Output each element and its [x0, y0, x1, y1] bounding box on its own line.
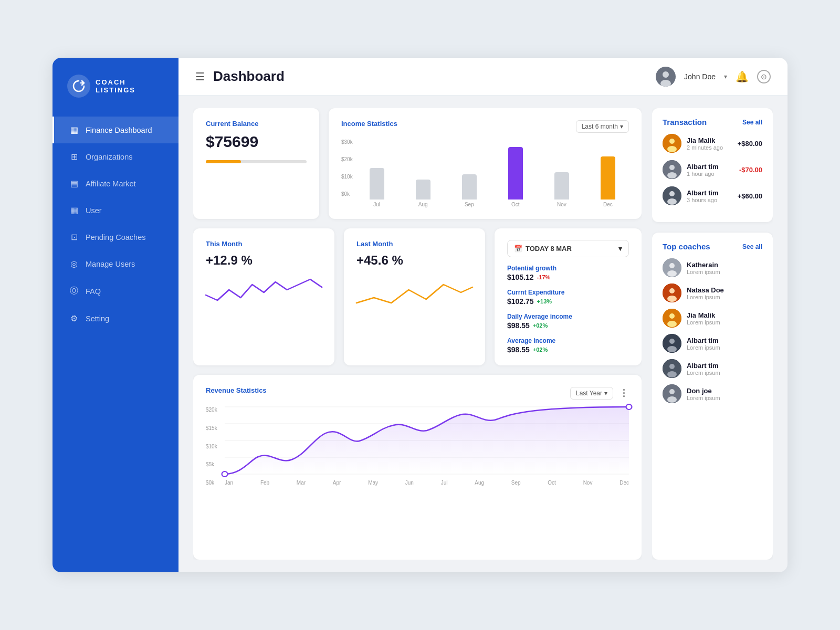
transaction-item-2: Albart tim 1 hour ago -$70.00 [663, 160, 762, 179]
svg-point-12 [667, 146, 677, 152]
svg-point-26 [669, 313, 675, 319]
sidebar-item-setting[interactable]: ⚙ Setting [52, 305, 178, 332]
svg-point-20 [669, 263, 675, 268]
stat-daily-avg: Daily Average income $98.55 +02% [507, 313, 629, 330]
left-column: Current Balance $75699 Income Statistics… [193, 108, 642, 560]
logo: COACH LISTINGS [52, 58, 178, 112]
bar-nov: Nov [541, 172, 583, 207]
avatar-albart-1 [663, 160, 681, 179]
income-y-axis: $30k $20k $10k $0k [341, 139, 356, 197]
sidebar-item-manage[interactable]: ◎ Manage Users [52, 250, 178, 277]
svg-point-18 [667, 198, 677, 205]
top-coaches-header: Top coaches See all [663, 242, 762, 251]
avatar-albart-3 [663, 334, 681, 353]
notification-icon[interactable]: 🔔 [736, 70, 749, 83]
coach-info-4: Albart tim Lorem ipsum [687, 337, 720, 351]
svg-point-32 [669, 364, 675, 369]
last-month-sparkline [356, 274, 472, 306]
logo-icon [67, 75, 90, 98]
coach-info-5: Albart tim Lorem ipsum [687, 362, 720, 376]
svg-point-36 [667, 396, 677, 403]
faq-icon: ⓪ [69, 286, 79, 297]
hamburger-button[interactable]: ☰ [195, 70, 205, 83]
coach-info-3: Jia Malik Lorem ipsum [687, 311, 720, 326]
sidebar-item-user[interactable]: ▦ User [52, 197, 178, 224]
svg-point-30 [667, 346, 677, 352]
sidebar-nav: ▦ Finance Dashboard ⊞ Organizations ▤ Af… [52, 112, 178, 572]
sidebar-item-faq[interactable]: ⓪ FAQ [52, 277, 178, 305]
last-month-label: Last Month [356, 240, 472, 248]
svg-point-33 [667, 371, 677, 377]
middle-row: This Month +12.9 % Last Month +45.6 % [193, 228, 642, 365]
revenue-x-axis: Jan Feb Mar Apr May Jun Jul Aug Sep Oct [225, 480, 629, 486]
top-coaches-card: Top coaches See all Katherain Lorem ipsu… [652, 233, 773, 560]
logo-text: COACH LISTINGS [96, 78, 135, 94]
user-chevron-icon[interactable]: ▾ [724, 73, 727, 80]
coach-item-3: Jia Malik Lorem ipsum [663, 309, 762, 328]
top-row: Current Balance $75699 Income Statistics… [193, 108, 642, 219]
header-settings-icon[interactable]: ⊙ [757, 70, 771, 83]
manage-icon: ◎ [69, 259, 79, 269]
coach-item-2: Natasa Doe Lorem ipsum [663, 284, 762, 302]
this-month-card: This Month +12.9 % [193, 228, 334, 365]
transactions-card: Transaction See all Jia Malik 2 minutes … [652, 108, 773, 222]
user-avatar [656, 67, 676, 87]
bar-dec: Dec [587, 156, 629, 207]
svg-point-1 [663, 71, 669, 78]
date-stats-card: 📅 TODAY 8 MAR ▾ Potential growth $105.12… [495, 228, 642, 365]
user-name: John Doe [684, 72, 716, 81]
svg-point-17 [669, 191, 675, 196]
current-balance-card: Current Balance $75699 [193, 108, 319, 219]
coach-info-1: Katherain Lorem ipsum [687, 261, 720, 275]
revenue-filter-button[interactable]: Last Year ▾ [570, 387, 613, 400]
income-bars: Jul Aug Sep [356, 139, 629, 207]
coach-info-2: Natasa Doe Lorem ipsum [687, 286, 724, 300]
sidebar: COACH LISTINGS ▦ Finance Dashboard ⊞ Org… [52, 58, 178, 572]
sidebar-item-pending[interactable]: ⊡ Pending Coaches [52, 224, 178, 250]
transactions-title: Transaction [663, 118, 707, 127]
coach-info-6: Don joe Lorem ipsum [687, 387, 720, 401]
revenue-more-button[interactable] [618, 388, 629, 398]
setting-icon: ⚙ [69, 313, 79, 323]
transaction-item-1: Jia Malik 2 minutes ago +$80.00 [663, 134, 762, 153]
sidebar-item-organizations[interactable]: ⊞ Organizations [52, 143, 178, 170]
transactions-see-all[interactable]: See all [742, 119, 762, 126]
trans-amount-2: -$70.00 [739, 166, 762, 174]
sidebar-item-finance[interactable]: ▦ Finance Dashboard [52, 117, 178, 143]
transactions-header: Transaction See all [663, 118, 762, 127]
finance-icon: ▦ [69, 125, 79, 135]
transaction-item-3: Albart tim 3 hours ago +$60.00 [663, 186, 762, 205]
coach-item-1: Katherain Lorem ipsum [663, 258, 762, 277]
trans-info-1: Jia Malik 2 minutes ago [687, 136, 732, 151]
org-icon: ⊞ [69, 152, 79, 162]
header-right: John Doe ▾ 🔔 ⊙ [656, 67, 771, 87]
income-filter-button[interactable]: Last 6 month ▾ [576, 120, 629, 133]
revenue-label: Revenue Statistics [206, 386, 267, 394]
bar-aug: Aug [402, 180, 444, 207]
balance-progress-bg [206, 160, 307, 163]
trans-info-3: Albart tim 3 hours ago [687, 189, 732, 203]
bar-oct: Oct [495, 147, 537, 207]
date-selector[interactable]: 📅 TODAY 8 MAR ▾ [507, 240, 629, 257]
this-month-label: This Month [206, 240, 322, 248]
right-column: Transaction See all Jia Malik 2 minutes … [652, 108, 773, 560]
main-content: Current Balance $75699 Income Statistics… [178, 96, 788, 572]
header: ☰ Dashboard John Doe ▾ 🔔 ⊙ [178, 58, 788, 96]
balance-label: Current Balance [206, 120, 307, 128]
revenue-card: Revenue Statistics Last Year ▾ [193, 375, 642, 560]
pending-icon: ⊡ [69, 232, 79, 242]
bar-jul: Jul [356, 168, 398, 207]
last-month-card: Last Month +45.6 % [344, 228, 485, 365]
bar-sep: Sep [448, 174, 490, 207]
header-left: ☰ Dashboard [195, 68, 656, 85]
avatar-albart-4 [663, 359, 681, 378]
date-label: TODAY 8 MAR [526, 245, 572, 253]
sidebar-item-affiliate[interactable]: ▤ Affiliate Market [52, 170, 178, 197]
balance-amount: $75699 [206, 133, 307, 151]
revenue-header: Revenue Statistics Last Year ▾ [206, 386, 629, 400]
main-area: ☰ Dashboard John Doe ▾ 🔔 ⊙ [178, 58, 788, 572]
this-month-sparkline [206, 274, 322, 306]
top-coaches-see-all[interactable]: See all [742, 243, 762, 250]
avatar-natasa [663, 284, 681, 302]
revenue-chart-area: Jan Feb Mar Apr May Jun Jul Aug Sep Oct [225, 407, 629, 486]
